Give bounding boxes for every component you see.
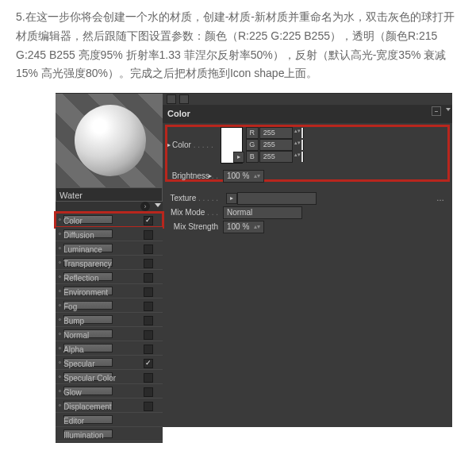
brightness-input[interactable]: 100 %▴▾ (223, 170, 264, 183)
b-slider[interactable] (302, 152, 304, 162)
screenshot-panel: Water › ◦Color✓◦Diffusion◦Luminance◦Tran… (56, 93, 452, 427)
g-value-input[interactable]: 255 (259, 139, 293, 151)
property-checkbox[interactable] (144, 402, 153, 411)
tick-icon: ◦ (59, 229, 61, 240)
property-row-glow[interactable]: ◦Glow (56, 384, 163, 398)
texture-arrow-button[interactable]: ▸ (226, 193, 237, 204)
material-name-field[interactable]: Water (56, 187, 163, 202)
property-row-alpha[interactable]: ◦Alpha (56, 341, 163, 356)
r-slider[interactable] (302, 128, 304, 138)
property-label: Displacement (63, 400, 112, 414)
tick-icon: ◦ (59, 372, 61, 383)
property-row-normal[interactable]: ◦Normal (56, 327, 163, 341)
property-label: Diffusion (63, 229, 94, 242)
property-checkbox[interactable] (144, 330, 153, 340)
brightness-label: Brightness . . (167, 169, 223, 183)
chevron-down-icon[interactable] (155, 203, 161, 207)
property-label: Editor (63, 414, 84, 428)
property-checkbox[interactable] (144, 387, 153, 397)
property-row-specular-color[interactable]: ◦Specular Color (56, 370, 163, 384)
property-label: Reflection (63, 271, 98, 285)
property-row-displacement[interactable]: ◦Displacement (56, 398, 163, 413)
texture-label: Texture . . . . . (167, 191, 223, 205)
property-checkbox[interactable] (144, 230, 153, 240)
property-row-fog[interactable]: ◦Fog (56, 298, 163, 313)
tick-icon: ◦ (59, 357, 61, 368)
property-row-illumination[interactable]: ◦Illumination (56, 427, 163, 441)
instruction-text: 5.在这一步你将会创建一个水的材质，创建-材质-新材质并重命名为水，双击灰色的球… (16, 8, 460, 83)
mixstrength-label: Mix Strength (167, 220, 223, 233)
property-label: Bump (63, 314, 84, 328)
texture-input[interactable] (237, 192, 317, 205)
g-slider[interactable] (302, 140, 304, 150)
property-checkbox[interactable] (144, 345, 153, 354)
tick-icon: ◦ (59, 300, 61, 311)
tick-icon: ◦ (59, 243, 61, 254)
tick-icon: ◦ (59, 314, 61, 325)
material-ball (75, 105, 146, 176)
property-label: Color (63, 214, 83, 228)
property-checkbox[interactable] (144, 287, 153, 297)
property-label: Luminance (63, 243, 102, 256)
property-row-transparency[interactable]: ◦Transparency (56, 256, 163, 270)
property-label: Alpha (63, 343, 84, 356)
tick-icon: ◦ (59, 271, 61, 283)
property-checkbox[interactable] (144, 302, 153, 311)
tick-icon: ◦ (59, 329, 61, 340)
section-title-color: Color – (163, 105, 452, 123)
chevron-down-icon[interactable] (446, 108, 451, 111)
material-subrow: › (56, 202, 163, 214)
property-row-color[interactable]: ◦Color✓ (56, 213, 163, 227)
property-row-luminance[interactable]: ◦Luminance (56, 241, 163, 256)
minimize-icon[interactable]: – (432, 106, 441, 116)
tick-icon: ◦ (59, 286, 61, 297)
g-channel-label: G (246, 139, 259, 151)
round-button[interactable]: › (140, 202, 150, 211)
property-row-specular[interactable]: ◦Specular✓ (56, 356, 163, 370)
mixmode-label: Mix Mode . . . (167, 206, 223, 219)
property-row-diffusion[interactable]: ◦Diffusion (56, 227, 163, 241)
property-label: Specular Color (63, 372, 116, 385)
property-checkbox[interactable] (144, 244, 153, 254)
b-channel-label: B (246, 151, 259, 163)
property-label: Normal (63, 329, 89, 342)
property-row-reflection[interactable]: ◦Reflection (56, 270, 163, 284)
color-label: Color . . . . . (172, 138, 218, 152)
material-preview[interactable] (56, 94, 163, 187)
property-row-assignment[interactable]: ◦Assignment (56, 441, 163, 443)
right-panel: Color – ▸ Color . . . . . R 255 (163, 94, 452, 234)
tick-icon: ◦ (59, 400, 61, 411)
stepper-icon[interactable]: ▴▾ (294, 140, 299, 150)
property-label: Illumination (63, 429, 104, 442)
mixmode-select[interactable]: Normal (223, 206, 302, 219)
property-row-editor[interactable]: ◦Editor (56, 413, 163, 427)
property-label: Specular (63, 357, 94, 371)
r-value-input[interactable]: 255 (259, 127, 293, 139)
r-channel-label: R (246, 127, 259, 139)
property-label: Glow (63, 386, 82, 399)
b-value-input[interactable]: 255 (259, 151, 293, 163)
property-list: ◦Color✓◦Diffusion◦Luminance◦Transparency… (56, 213, 163, 443)
property-label: Fog (63, 300, 77, 314)
property-row-bump[interactable]: ◦Bump (56, 313, 163, 327)
tick-icon: ◦ (59, 214, 61, 225)
property-checkbox[interactable] (144, 316, 153, 325)
expand-color-icon[interactable]: ▸ (233, 152, 244, 163)
property-row-environment[interactable]: ◦Environment (56, 284, 163, 298)
property-label: Transparency (63, 257, 112, 271)
property-checkbox[interactable]: ✓ (144, 359, 153, 368)
stepper-icon[interactable]: ▴▾ (294, 128, 299, 138)
mixstrength-input[interactable]: 100 %▴▾ (223, 221, 264, 233)
tick-icon: ◦ (59, 386, 61, 397)
property-label: Environment (63, 286, 108, 299)
stepper-icon[interactable]: ▴▾ (294, 152, 299, 162)
property-checkbox[interactable] (144, 373, 153, 383)
property-checkbox[interactable] (144, 273, 153, 283)
tick-icon: ◦ (59, 257, 61, 268)
texture-browse-button[interactable]: … (436, 191, 444, 205)
property-checkbox[interactable]: ✓ (144, 216, 153, 225)
tick-icon: ◦ (59, 343, 61, 354)
property-checkbox[interactable] (144, 259, 153, 268)
